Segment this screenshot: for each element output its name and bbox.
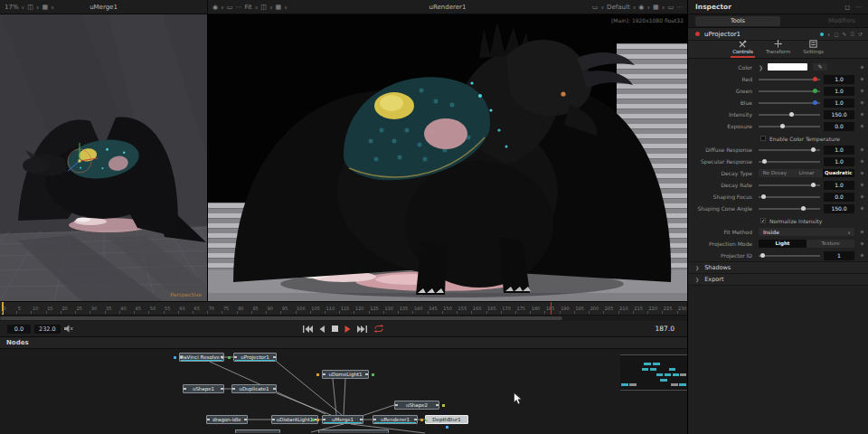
node-port[interactable] — [234, 356, 237, 359]
value-field[interactable]: 0.0 — [824, 193, 854, 202]
tool-tab-transform[interactable]: Transform — [764, 40, 792, 58]
node-x[interactable] — [235, 429, 280, 433]
lock-icon[interactable]: ⚿ — [850, 31, 854, 38]
node-connector-dot[interactable] — [228, 356, 231, 359]
zoom-level-dropdown[interactable]: 17% — [5, 0, 19, 14]
node-port[interactable] — [184, 388, 186, 391]
pin-icon[interactable]: ✎ — [842, 31, 846, 37]
node-port[interactable] — [323, 419, 326, 421]
chevron-down-icon[interactable]: ∨ — [36, 5, 40, 10]
node-port[interactable] — [207, 419, 210, 421]
segment-no-decay[interactable]: No Decay — [759, 169, 790, 177]
channel-icon[interactable]: ◫ — [27, 0, 33, 14]
slider-handle[interactable] — [813, 89, 817, 93]
expander-icon[interactable]: ❯ — [759, 64, 763, 71]
keyframe-icon[interactable] — [860, 253, 863, 257]
color-controls-icon[interactable]: ◉ — [638, 0, 644, 14]
go-to-end-button[interactable] — [357, 326, 367, 333]
tab-modifiers[interactable]: Modifiers — [828, 17, 855, 24]
node-graph-minimap[interactable] — [620, 354, 687, 391]
keyframe-icon[interactable] — [860, 183, 863, 186]
slider-handle[interactable] — [762, 159, 767, 164]
tool-tab-controls[interactable]: Controls — [731, 40, 755, 58]
node-port[interactable] — [232, 388, 235, 391]
node-port[interactable] — [180, 356, 183, 359]
chevron-down-icon[interactable]: ∨ — [662, 5, 665, 10]
slider-track[interactable] — [759, 90, 820, 92]
value-field[interactable]: 1.0 — [824, 181, 854, 190]
node-connector-dot[interactable] — [312, 419, 315, 421]
panel-expand-icon[interactable]: ◻ — [844, 4, 850, 11]
keyframe-icon[interactable] — [860, 159, 863, 163]
chevron-down-icon[interactable]: ∨ — [646, 5, 650, 10]
slider-track[interactable] — [759, 196, 820, 198]
play-button[interactable] — [344, 326, 351, 333]
node-connector-dot[interactable] — [174, 356, 176, 359]
chevron-down-icon[interactable]: ∨ — [600, 5, 604, 10]
node-port[interactable] — [221, 356, 223, 359]
keyframe-icon[interactable] — [860, 230, 863, 233]
keyframe-icon[interactable] — [860, 206, 863, 210]
node-connector-dot[interactable] — [372, 373, 374, 376]
more-options-icon[interactable]: ⋯ — [676, 0, 683, 14]
keyframe-icon[interactable] — [860, 241, 863, 245]
keyframe-icon[interactable] — [860, 124, 863, 127]
slider-handle[interactable] — [813, 77, 817, 81]
slider-handle[interactable] — [789, 112, 794, 117]
slider-track[interactable] — [759, 255, 820, 257]
checkbox[interactable]: ✓ — [760, 218, 766, 223]
node-x[interactable] — [318, 429, 389, 433]
color-picker-icon[interactable]: ✎ — [813, 63, 827, 71]
node-port[interactable] — [373, 419, 376, 421]
fit-dropdown[interactable]: Fit — [244, 0, 251, 14]
loop-button[interactable] — [373, 325, 384, 333]
slider-handle[interactable] — [813, 100, 817, 105]
value-field[interactable]: 1.0 — [824, 157, 854, 166]
checkbox[interactable] — [760, 136, 766, 141]
slider-track[interactable] — [759, 79, 820, 80]
node-graph-canvas[interactable]: DaVinci Resolve L...uProjector1uDomeLigh… — [0, 349, 687, 434]
node-uduplicate1[interactable]: uDuplicate1 — [231, 384, 277, 393]
segment-texture[interactable]: Texture — [807, 240, 854, 248]
value-field[interactable]: 1.0 — [824, 146, 854, 155]
tool-color-dot[interactable] — [695, 32, 700, 36]
keyframe-icon[interactable] — [860, 100, 863, 104]
node-udomelight1[interactable]: uDomeLight1 — [322, 370, 369, 379]
value-field[interactable]: 150.0 — [824, 110, 854, 119]
node-port[interactable] — [273, 388, 276, 391]
node-dragon-idle[interactable]: dragon-idle — [206, 415, 248, 424]
slider-handle[interactable] — [780, 124, 785, 128]
segment-quadratic[interactable]: Quadratic — [823, 169, 854, 177]
chevron-down-icon[interactable]: ∨ — [269, 5, 273, 10]
viewport-view-label[interactable]: Perspective — [170, 291, 202, 297]
chevron-down-icon[interactable]: ∨ — [827, 32, 831, 37]
stop-button[interactable] — [332, 326, 338, 332]
range-end-field[interactable]: 232.0 — [34, 325, 61, 334]
slider-handle[interactable] — [761, 194, 766, 199]
node-connector-dot[interactable] — [316, 419, 319, 421]
slider-track[interactable] — [759, 126, 820, 127]
play-reverse-button[interactable] — [319, 326, 326, 333]
slider-handle[interactable] — [801, 206, 806, 211]
node-ushape1[interactable]: uShape1 — [183, 384, 224, 393]
node-ushape2[interactable]: uShape2 — [394, 401, 439, 410]
node-urenderer1[interactable]: uRenderer1 — [373, 415, 418, 424]
chevron-down-icon[interactable]: ∨ — [633, 5, 637, 10]
section-export[interactable]: ❯ Export — [688, 273, 868, 285]
slider-handle[interactable] — [811, 147, 816, 152]
slider-track[interactable] — [759, 161, 820, 163]
go-to-start-button[interactable] — [303, 326, 313, 333]
rect-tool-icon[interactable]: ▭ — [227, 0, 233, 14]
segment-light[interactable]: Light — [759, 240, 807, 248]
playhead[interactable] — [551, 302, 552, 315]
slider-handle[interactable] — [760, 253, 765, 258]
keyframe-icon[interactable] — [860, 171, 863, 175]
render-viewport[interactable]: [Main]: 1920x1080 float32 — [208, 14, 687, 301]
copy-settings-icon[interactable]: ◻ — [834, 31, 838, 37]
node-port[interactable] — [272, 419, 275, 421]
value-field[interactable]: 150.0 — [824, 204, 854, 213]
expand-icon[interactable]: ▭ — [667, 0, 674, 14]
split-view-icon[interactable]: ▦ — [42, 0, 49, 14]
node-connector-dot[interactable] — [442, 404, 445, 407]
node-davinci-resolve-l[interactable]: DaVinci Resolve L... — [179, 353, 224, 362]
